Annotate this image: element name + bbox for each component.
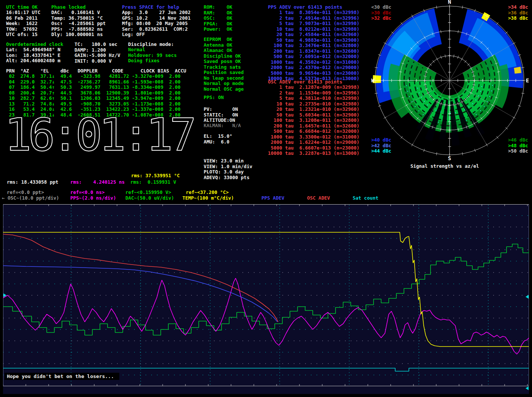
utc-status-lines: 16:01:17 UTC 06 Feb 2011 Week: 1622 TOW:…: [6, 10, 40, 38]
plot-area[interactable]: Hope you didn't bet on the losers...: [3, 204, 529, 394]
digital-clock-digits: 16:01:17: [5, 114, 193, 158]
compass-west: W: [371, 77, 375, 83]
ring-tick: [486, 143, 488, 146]
compass-south: S: [448, 155, 451, 161]
ring-tick: [436, 152, 437, 155]
device-status: ROM: OK RAM: OK OSC: OK FPGA: OK Power: …: [204, 5, 232, 32]
ring-tick: [462, 6, 462, 9]
ring-tick: [412, 143, 413, 146]
rms-osc: rms: 18.433058 ppt: [7, 180, 58, 185]
compass-east: E: [526, 77, 529, 83]
help-lines: App: 3.0 27 Jun 2002 GPS: 10.2 14 Nov 20…: [122, 10, 191, 38]
ring-tick: [445, 55, 445, 58]
rms-temp: rms: 37.539951 °C: [131, 173, 180, 179]
ring-tick: [521, 93, 524, 93]
ring-tick: [513, 117, 515, 118]
ring-tick: [461, 58, 463, 60]
ref-pps: ref=<0.0 ns>: [70, 190, 104, 195]
pps-state: PPS: ON: [204, 95, 224, 101]
ring-tick: [441, 30, 441, 33]
ring-tick: [436, 6, 437, 9]
phase-lines: DAC: 0.160141 V Temp: 36.750015 °C Osc↑ …: [51, 10, 106, 38]
ring-tick: [454, 55, 454, 58]
position-lines: Lat: 54.4964948° N Lon: 18.4337841° E Al…: [6, 47, 60, 64]
scale-pps: PPS~(2.0 ns/div): [70, 195, 116, 201]
compass-north: N: [448, 0, 451, 5]
scale-temp: TEMP~(100 m°C/div): [182, 195, 234, 201]
ref-dac: ref~<0.159950 V>: [125, 190, 171, 195]
polar-label: Signal strength vs az/el: [410, 164, 479, 169]
kalman-flag: KALMAN: N/A: [204, 123, 241, 129]
scale-osc: ← OSC~(10.0 ppt/div): [2, 195, 59, 201]
ring-tick: [436, 58, 438, 60]
ring-tick: [462, 152, 462, 155]
ring-tick: [458, 30, 458, 33]
rms-pps: rms: 4.240125 ns: [70, 180, 125, 185]
scale-dac: DAC~(50.0 uV/div): [125, 195, 174, 201]
el-amu: EL: 15.0° AMU: 6.0: [204, 134, 232, 145]
ref-temp: ref~<37.200 °C>: [186, 190, 229, 195]
osc-adev-rows: 1 tau 2.1287e-009 (n=32998) 2 tau 1.1534…: [268, 85, 359, 156]
digital-clock: 16:01:17: [4, 114, 194, 158]
ring-tick: [384, 117, 386, 118]
rms-dac: rms: 0.159931 V: [130, 180, 176, 185]
mode-flags: PV: ON STATIC: ON ALTITUDE:ON: [204, 107, 238, 123]
lady-heather-screen: UTC time OK 16:01:17 UTC 06 Feb 2011 Wee…: [0, 0, 532, 397]
sat-table-rows: 02 274.8 37.1↓ 49.4 -323.98 4281.72 -3.3…: [6, 74, 180, 118]
ref-osc: ref=<0.0 ppt>: [7, 190, 44, 195]
view-settings: VIEW: 23.0 min VIEW: 1.0 min/div PLOTQ: …: [204, 158, 252, 180]
polar-azel-display: NSWE: [370, 0, 532, 161]
plot-message: Hope you didn't bet on the losers...: [7, 373, 114, 379]
legend-osc-adev: OSC ADEV: [307, 195, 330, 201]
discipline-lines: Normal Holdover: 99 secs Doing fixes: [128, 47, 177, 64]
legend-sat-count: Sat count: [353, 195, 378, 201]
receiver-status: EEPROM OK Antenna OK Almanac OK Discipli…: [204, 37, 244, 92]
plot-background: [3, 204, 529, 394]
pps-adev-rows: 1 tau 8.3054e-011 (n=32998) 2 tau 7.4914…: [268, 10, 359, 82]
loop-params: TC: 100.0 sec DAMP: 1.200 GAIN:-5.000 Hz…: [74, 42, 120, 64]
legend-pps-adev: PPS ADEV: [261, 195, 284, 201]
